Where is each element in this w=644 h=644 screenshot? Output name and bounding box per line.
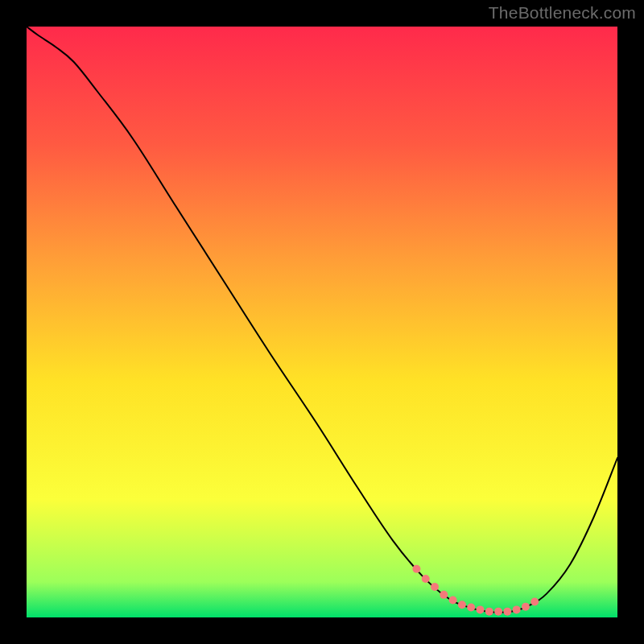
dot (422, 575, 430, 583)
dot (530, 597, 539, 605)
watermark-text: TheBottleneck.com (489, 3, 636, 23)
dot (412, 565, 420, 573)
dot (458, 601, 466, 609)
dot (476, 605, 484, 613)
dot (494, 608, 502, 616)
chart-svg (27, 27, 617, 617)
dot (503, 608, 511, 616)
dot (485, 608, 493, 616)
dot (440, 591, 448, 599)
dot (513, 605, 521, 613)
dot (467, 604, 475, 612)
dot (522, 603, 530, 611)
dot (431, 583, 439, 591)
dot (449, 597, 457, 605)
